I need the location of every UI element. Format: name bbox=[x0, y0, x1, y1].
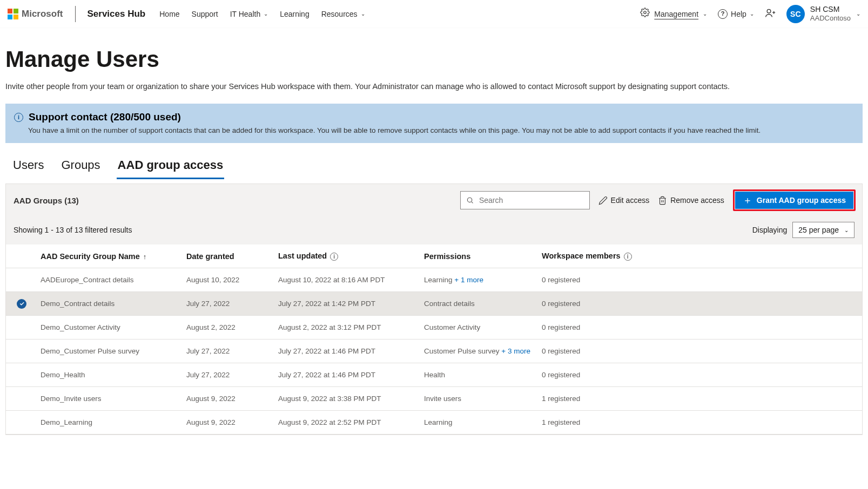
cell-updated: August 9, 2022 at 3:38 PM PDT bbox=[275, 390, 421, 407]
cell-updated: August 10, 2022 at 8:16 AM PDT bbox=[275, 271, 421, 288]
more-link[interactable]: + 1 more bbox=[454, 276, 483, 284]
table-row[interactable]: Demo_Customer ActivityAugust 2, 2022Augu… bbox=[6, 316, 862, 339]
primary-nav: Home Support IT Health⌄ Learning Resourc… bbox=[159, 10, 365, 18]
tab-aad-group-access[interactable]: AAD group access bbox=[117, 155, 225, 179]
results-summary: Showing 1 - 13 of 13 filtered results bbox=[14, 226, 132, 234]
cell-updated: August 2, 2022 at 3:12 PM PDT bbox=[275, 319, 421, 336]
chevron-down-icon: ⌄ bbox=[361, 11, 365, 17]
nav-it-health[interactable]: IT Health⌄ bbox=[230, 10, 268, 18]
management-menu[interactable]: Management ⌄ bbox=[640, 8, 707, 20]
trash-icon bbox=[658, 196, 667, 205]
nav-learning[interactable]: Learning bbox=[280, 10, 309, 18]
account-name: SH CSM bbox=[810, 5, 851, 15]
svg-point-1 bbox=[767, 9, 771, 13]
cell-perm: Learning + 1 more bbox=[421, 271, 539, 288]
nav-home[interactable]: Home bbox=[159, 10, 179, 18]
cell-perm: Contract details bbox=[421, 295, 539, 312]
search-input[interactable] bbox=[478, 195, 584, 205]
row-select-cell[interactable] bbox=[6, 347, 37, 356]
cell-name: Demo_Invite users bbox=[37, 390, 183, 407]
tab-users[interactable]: Users bbox=[12, 155, 45, 179]
support-contact-banner: i Support contact (280/500 used) You hav… bbox=[5, 104, 863, 143]
cell-members: 0 registered bbox=[539, 295, 657, 312]
cell-members: 1 registered bbox=[539, 390, 657, 407]
banner-body: You have a limit on the number of suppor… bbox=[14, 126, 854, 134]
cell-members: 0 registered bbox=[539, 366, 657, 383]
row-select-cell[interactable] bbox=[6, 323, 37, 332]
account-menu[interactable]: SC SH CSM AADContoso ⌄ bbox=[786, 5, 860, 23]
cell-date: August 9, 2022 bbox=[183, 390, 275, 407]
more-link[interactable]: + 3 more bbox=[501, 347, 530, 355]
row-select-cell[interactable] bbox=[6, 395, 37, 403]
header-right: Management ⌄ ? Help ⌄ SC SH CSM AADConto… bbox=[640, 5, 860, 23]
checkmark-icon bbox=[17, 299, 26, 309]
cell-date: August 9, 2022 bbox=[183, 414, 275, 431]
help-menu[interactable]: ? Help ⌄ bbox=[718, 9, 754, 19]
cell-name: Demo_Learning bbox=[37, 414, 183, 431]
help-icon: ? bbox=[718, 9, 728, 19]
chevron-down-icon: ⌄ bbox=[750, 11, 754, 17]
cell-perm: Invite users bbox=[421, 390, 539, 407]
gear-icon bbox=[640, 8, 650, 20]
per-page-select[interactable]: 25 per page ⌄ bbox=[792, 222, 854, 238]
sort-asc-icon: ↑ bbox=[143, 253, 147, 261]
col-date[interactable]: Date granted bbox=[183, 248, 275, 265]
col-updated[interactable]: Last updatedi bbox=[275, 247, 421, 265]
chevron-down-icon: ⌄ bbox=[703, 11, 707, 17]
microsoft-wordmark: Microsoft bbox=[22, 9, 63, 19]
svg-point-2 bbox=[467, 198, 472, 202]
feedback-icon[interactable] bbox=[765, 8, 776, 20]
col-perm[interactable]: Permissions bbox=[421, 248, 539, 265]
search-icon bbox=[466, 196, 474, 205]
cell-members: 0 registered bbox=[539, 271, 657, 288]
grant-aad-group-access-button[interactable]: ＋ Grant AAD group access bbox=[735, 192, 853, 209]
col-name[interactable]: AAD Security Group Name↑ bbox=[37, 248, 183, 265]
row-select-cell[interactable] bbox=[6, 276, 37, 284]
cell-name: Demo_Contract details bbox=[37, 295, 183, 312]
cell-name: AADEurope_Contract details bbox=[37, 271, 183, 288]
row-select-cell[interactable] bbox=[6, 371, 37, 379]
row-select-cell[interactable] bbox=[6, 418, 37, 427]
cell-perm: Learning bbox=[421, 414, 539, 431]
table-row[interactable]: Demo_Customer Pulse surveyJuly 27, 2022J… bbox=[6, 339, 862, 363]
cell-members: 0 registered bbox=[539, 319, 657, 336]
col-members[interactable]: Workspace membersi bbox=[539, 247, 657, 265]
cell-perm: Health bbox=[421, 366, 539, 383]
table-row[interactable]: AADEurope_Contract detailsAugust 10, 202… bbox=[6, 268, 862, 292]
chevron-down-icon: ⌄ bbox=[856, 11, 860, 17]
cell-date: August 10, 2022 bbox=[183, 271, 275, 288]
microsoft-logo[interactable]: Microsoft bbox=[8, 9, 63, 19]
tab-groups[interactable]: Groups bbox=[60, 155, 101, 179]
cell-perm: Customer Activity bbox=[421, 319, 539, 336]
section-heading: AAD Groups (13) bbox=[14, 196, 79, 205]
chevron-down-icon: ⌄ bbox=[264, 11, 268, 17]
cell-updated: July 27, 2022 at 1:46 PM PDT bbox=[275, 343, 421, 359]
page-body: Manage Users Invite other people from yo… bbox=[0, 28, 868, 435]
remove-access-button[interactable]: Remove access bbox=[658, 196, 724, 205]
table-row[interactable]: Demo_Contract detailsJuly 27, 2022July 2… bbox=[6, 292, 862, 316]
cell-date: August 2, 2022 bbox=[183, 319, 275, 336]
search-box[interactable] bbox=[460, 191, 590, 209]
cell-name: Demo_Customer Activity bbox=[37, 319, 183, 336]
brand-name[interactable]: Services Hub bbox=[88, 9, 146, 19]
nav-resources[interactable]: Resources⌄ bbox=[321, 10, 365, 18]
info-icon: i bbox=[14, 113, 23, 122]
grant-access-highlight: ＋ Grant AAD group access bbox=[733, 189, 856, 211]
table-row[interactable]: Demo_HealthJuly 27, 2022July 27, 2022 at… bbox=[6, 363, 862, 387]
pencil-icon bbox=[598, 196, 608, 205]
page-subtitle: Invite other people from your team or or… bbox=[5, 82, 863, 91]
header-divider bbox=[75, 6, 76, 22]
chevron-down-icon: ⌄ bbox=[844, 227, 849, 233]
info-icon: i bbox=[330, 253, 338, 261]
edit-access-button[interactable]: Edit access bbox=[598, 196, 650, 205]
nav-support[interactable]: Support bbox=[192, 10, 218, 18]
cell-date: July 27, 2022 bbox=[183, 343, 275, 359]
table-row[interactable]: Demo_LearningAugust 9, 2022August 9, 202… bbox=[6, 411, 862, 434]
cell-members: 0 registered bbox=[539, 343, 657, 359]
table-row[interactable]: Demo_Invite usersAugust 9, 2022August 9,… bbox=[6, 387, 862, 411]
row-select-cell[interactable] bbox=[6, 295, 37, 313]
help-label: Help bbox=[731, 10, 746, 18]
cell-updated: July 27, 2022 at 1:42 PM PDT bbox=[275, 295, 421, 312]
cell-date: July 27, 2022 bbox=[183, 295, 275, 312]
account-org: AADContoso bbox=[810, 14, 851, 23]
